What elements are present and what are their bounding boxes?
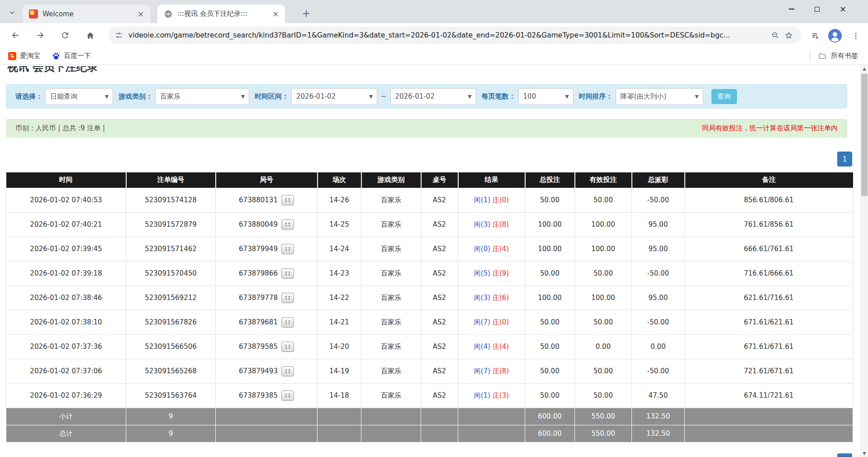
cell-result: 闲(1) 庄(0) <box>458 188 525 212</box>
scrollbar[interactable]: ▲ ▼ <box>860 65 868 457</box>
cell-round: 673880131 <box>216 188 318 212</box>
maximize-icon <box>815 7 820 12</box>
road-map-icon[interactable] <box>281 268 294 279</box>
cell-valid-bet: 50.00 <box>575 359 632 383</box>
cell-time: 2026-01-02 07:39:45 <box>6 237 126 261</box>
cell-time: 2026-01-02 07:39:18 <box>6 261 126 286</box>
cell-total-bet[interactable]: 50.00 <box>525 383 575 408</box>
cell-total-bet[interactable]: 100.00 <box>525 286 575 310</box>
scroll-up-icon[interactable]: ▲ <box>861 65 868 72</box>
media-controls-icon[interactable] <box>808 29 823 43</box>
search-button[interactable]: 查询 <box>711 89 737 104</box>
column-header: 场次 <box>318 172 361 188</box>
back-button[interactable] <box>5 25 25 45</box>
table-row: 2026-01-02 07:39:18523091570450673879866… <box>6 261 853 286</box>
site-info-icon[interactable] <box>115 31 123 39</box>
cell-table: AS2 <box>421 334 458 359</box>
scrollbar-thumb[interactable] <box>861 74 868 196</box>
summary-cell: 9 <box>126 425 216 442</box>
summary-cell <box>318 408 361 425</box>
bookmark-baidu[interactable]: 百度一下 <box>52 52 91 60</box>
result-banker: 庄(8) <box>493 367 509 375</box>
reload-button[interactable] <box>55 25 75 45</box>
cell-session: 14-19 <box>318 359 361 383</box>
sort-order-select[interactable]: 降幂(由大到小) ▼ <box>616 88 703 105</box>
close-button[interactable]: × <box>830 0 856 18</box>
result-banker: 庄(3) <box>493 391 509 400</box>
chevron-down-icon: ▼ <box>464 94 476 100</box>
cell-note: 666.61/761.61 <box>685 237 853 261</box>
cell-total-bet[interactable]: 50.00 <box>525 359 575 383</box>
forward-button[interactable] <box>30 25 50 45</box>
cell-round: 673879385 <box>216 383 318 408</box>
cell-note: 674.11/721.61 <box>685 383 853 408</box>
filter-label: 每页笔数： <box>482 92 516 101</box>
cell-valid-bet: 50.00 <box>575 188 632 212</box>
welcome-tab-favicon <box>29 10 38 19</box>
menu-icon[interactable] <box>849 29 863 43</box>
cell-table: AS2 <box>421 212 458 237</box>
bookmark-taobao[interactable]: 爱淘宝 <box>8 52 40 60</box>
game-type-select[interactable]: 百家乐 ▼ <box>155 88 249 105</box>
tab-search-button[interactable] <box>5 6 19 19</box>
per-page-select[interactable]: 100 ▼ <box>518 88 574 105</box>
road-map-icon[interactable] <box>281 219 294 230</box>
maximize-button[interactable] <box>804 0 830 18</box>
bookmarks-divider <box>810 52 810 61</box>
url-bar[interactable]: videoie.com/game/betrecord_search/kind3?… <box>109 27 801 44</box>
summary-cell <box>421 425 458 442</box>
cell-total-bet[interactable]: 50.00 <box>525 188 575 212</box>
chevron-down-icon: ▼ <box>561 94 573 100</box>
pagination-page-1[interactable]: 1 <box>837 152 852 167</box>
tab-close-icon[interactable]: × <box>136 9 146 19</box>
cell-round: 673879585 <box>216 334 318 359</box>
table-header-row: 时间注单编号局号场次游戏类别桌号结果总投注有效投注总派彩备注 <box>6 172 853 188</box>
bookmark-star-icon[interactable] <box>782 29 796 42</box>
road-map-icon[interactable] <box>281 317 294 328</box>
all-bookmarks-button[interactable]: 所有书签 <box>810 48 858 64</box>
date-end-select[interactable]: 2026-01-02 ▼ <box>390 88 476 105</box>
pagination-bottom-partial[interactable] <box>837 453 852 457</box>
scroll-down-icon[interactable]: ▼ <box>861 449 868 457</box>
new-tab-button[interactable]: + <box>299 6 313 20</box>
road-map-icon[interactable] <box>281 244 294 254</box>
page-title-clipped: 视讯 会员下注纪录 <box>7 66 98 75</box>
query-type-select[interactable]: 日期查询 ▼ <box>45 88 113 105</box>
cell-game: 百家乐 <box>361 188 421 212</box>
tab-welcome[interactable]: Welcome × <box>23 5 150 23</box>
tab-bet-records[interactable]: :::视讯 会员下注纪录::: × <box>157 5 285 23</box>
select-value: 日期查询 <box>50 92 77 101</box>
profile-avatar[interactable] <box>828 29 842 43</box>
table-row: 2026-01-02 07:37:36523091566506673879585… <box>6 334 853 359</box>
cell-total-bet[interactable]: 50.00 <box>525 261 575 286</box>
column-header: 有效投注 <box>575 172 632 188</box>
home-button[interactable] <box>80 25 100 45</box>
cell-table: AS2 <box>421 237 458 261</box>
result-player: 闲(0) <box>474 245 490 253</box>
table-row: 2026-01-02 07:37:06523091565268673879493… <box>6 359 853 383</box>
tab-close-icon[interactable]: × <box>270 9 280 19</box>
cell-round: 673880049 <box>216 212 318 237</box>
zoom-icon[interactable] <box>768 29 782 42</box>
result-banker: 庄(8) <box>493 220 509 228</box>
select-value: 2026-01-02 <box>296 92 336 100</box>
cell-total-bet[interactable]: 50.00 <box>525 310 575 334</box>
minimize-button[interactable] <box>778 0 804 18</box>
cell-total-bet[interactable]: 100.00 <box>525 237 575 261</box>
summary-cell <box>318 425 361 442</box>
road-map-icon[interactable] <box>281 342 294 352</box>
summary-cell <box>421 408 458 425</box>
cell-valid-bet: 50.00 <box>575 261 632 286</box>
filter-label: 游戏类别： <box>119 92 152 101</box>
date-start-select[interactable]: 2026-01-02 ▼ <box>291 88 377 105</box>
road-map-icon[interactable] <box>281 390 294 401</box>
chevron-down-icon: ▼ <box>365 94 377 100</box>
cell-total-bet[interactable]: 50.00 <box>525 334 575 359</box>
cell-total-bet[interactable]: 100.00 <box>525 212 575 237</box>
round-id: 673879949 <box>239 245 278 253</box>
road-map-icon[interactable] <box>281 293 294 303</box>
road-map-icon[interactable] <box>281 366 294 376</box>
road-map-icon[interactable] <box>281 195 294 205</box>
result-player: 闲(4) <box>474 343 490 351</box>
cell-payout: 0.00 <box>632 334 685 359</box>
